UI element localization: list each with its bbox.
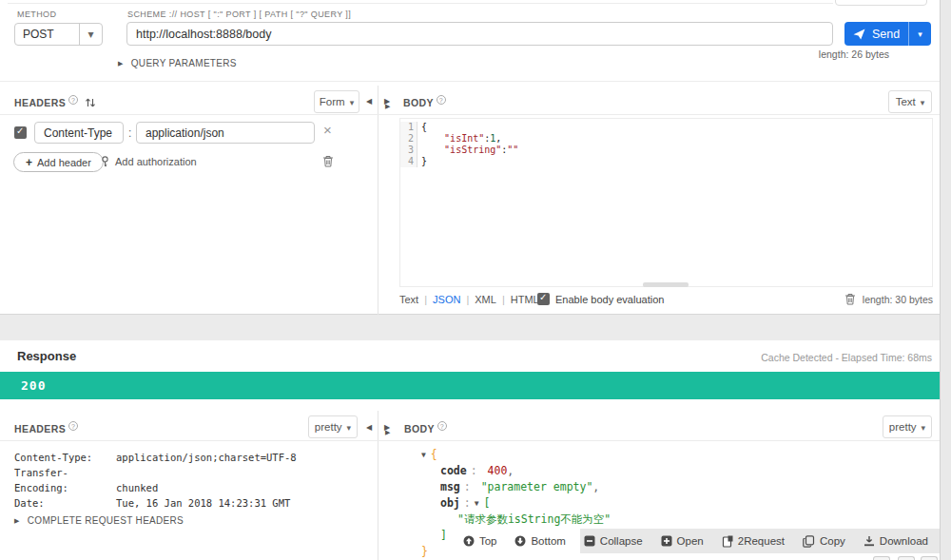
headers-format-dropdown[interactable]: Form: [314, 90, 359, 113]
response-title: Response: [17, 349, 76, 363]
status-bar: 200: [0, 372, 940, 399]
help-icon: [68, 421, 78, 431]
response-header-row: Content-Type:application/json;charset=UT…: [14, 450, 297, 465]
mode-text[interactable]: Text: [399, 294, 418, 305]
header-separator: :: [128, 126, 131, 140]
status-code: 200: [21, 378, 46, 393]
body-evaluation-toggle[interactable]: Enable body evaluation: [537, 293, 664, 305]
method-label: METHOD: [17, 10, 56, 19]
response-headers-title: HEADERS: [14, 421, 78, 434]
editor-resize-handle[interactable]: [643, 282, 689, 287]
minus-square-icon: [584, 535, 595, 547]
header-enabled-checkbox[interactable]: [14, 126, 27, 139]
mode-xml[interactable]: XML: [460, 294, 495, 305]
rest-client-app: METHOD POST ▾ SCHEME :// HOST [ ":" PORT…: [0, 0, 951, 560]
collapsed-arrow-icon: [14, 515, 20, 526]
open-all-button[interactable]: Open: [661, 535, 704, 547]
plus-icon: +: [26, 156, 32, 169]
remove-header-icon[interactable]: [323, 122, 332, 139]
copy-button[interactable]: Copy: [803, 535, 845, 548]
panel-divider: [378, 411, 378, 560]
cutoff-bottom-control: [873, 556, 890, 560]
header-value-input[interactable]: application/json: [136, 122, 315, 144]
help-icon: [437, 95, 446, 105]
body-code-editor[interactable]: 1 { 2 "isInt":1, 3 "isString":"" 4 }: [399, 118, 933, 287]
paper-plane-icon: [853, 29, 865, 40]
body-mode-switcher: Text JSON XML HTML: [399, 294, 539, 305]
cutoff-bottom-control: [921, 556, 938, 560]
response-headers-format-dropdown[interactable]: pretty: [308, 415, 358, 438]
clipboard-icon: [722, 535, 733, 548]
editor-line: 3 "isString":"": [400, 145, 932, 156]
send-label: Send: [872, 28, 900, 41]
request-headers-title: HEADERS: [14, 95, 96, 108]
tree-row: msg: "parameter empty",: [421, 479, 611, 495]
scroll-bottom-button[interactable]: Bottom: [514, 535, 565, 547]
request-body-title: BODY: [403, 95, 446, 108]
section-divider: [0, 81, 940, 82]
response-header-row: Transfer-Encoding:chunked: [14, 465, 297, 495]
plus-square-icon: [661, 535, 672, 547]
url-length-label: length: 26 bytes: [780, 48, 889, 60]
response-meta: Cache Detected - Elapsed Time: 68ms: [647, 352, 932, 363]
help-icon: [437, 421, 447, 431]
editor-line: 1 {: [400, 122, 932, 133]
help-icon: [68, 95, 78, 105]
tree-row: code: 400,: [421, 463, 611, 479]
evaluation-checkbox[interactable]: [537, 293, 550, 305]
send-button[interactable]: Send: [844, 22, 931, 46]
editor-line: 4 }: [400, 156, 932, 167]
arrow-right-icon: [385, 96, 390, 112]
to-request-button[interactable]: 2Request: [722, 535, 785, 548]
download-button[interactable]: Download: [864, 535, 928, 547]
add-header-button[interactable]: + Add header: [13, 152, 104, 172]
sort-headers-icon[interactable]: [85, 97, 96, 108]
panel-divider: [378, 86, 378, 315]
cutoff-top-button[interactable]: [835, 0, 927, 6]
panel-title-underline: [0, 114, 940, 115]
chevron-down-icon: [921, 96, 925, 107]
body-collapsed-arrow[interactable]: [385, 422, 390, 439]
collapse-node-icon[interactable]: [421, 447, 431, 463]
mode-json[interactable]: JSON: [418, 294, 460, 305]
response-header-row: Date:Tue, 16 Jan 2018 14:23:31 GMT: [14, 495, 297, 511]
collapse-all-button[interactable]: Collapse: [584, 535, 643, 547]
chevron-down-icon: ▾: [79, 24, 102, 45]
chevron-down-icon: [922, 421, 926, 433]
header-name-input[interactable]: Content-Type: [34, 122, 124, 144]
method-value: POST: [15, 24, 79, 45]
method-select[interactable]: POST ▾: [14, 23, 103, 46]
body-length-label: length: 30 bytes: [838, 294, 933, 305]
request-section: METHOD POST ▾ SCHEME :// HOST [ ":" PORT…: [0, 0, 940, 315]
chevron-down-icon: [347, 421, 352, 433]
cutoff-bottom-control: [898, 556, 915, 560]
arrow-down-circle-icon: [514, 535, 526, 547]
query-parameters-toggle[interactable]: QUERY PARAMETERS: [118, 58, 237, 68]
body-format-dropdown[interactable]: Text: [888, 90, 932, 113]
response-body-toolbar: Top Bottom Collapse Open 2Request Copy: [580, 529, 940, 553]
download-icon: [864, 535, 875, 547]
url-scheme-label: SCHEME :// HOST [ ":" PORT ] [ PATH [ "?…: [127, 10, 351, 19]
arrow-up-circle-icon: [463, 535, 475, 547]
mode-html[interactable]: HTML: [496, 294, 539, 305]
tree-row: {: [421, 447, 611, 463]
body-collapsed-arrow[interactable]: [385, 96, 390, 113]
complete-request-headers-toggle[interactable]: COMPLETE REQUEST HEADERS: [14, 515, 184, 526]
response-body-title: BODY: [404, 421, 447, 434]
send-options-caret[interactable]: [908, 22, 931, 46]
collapse-left-panel-handle[interactable]: [366, 423, 372, 432]
response-section: Response Cache Detected - Elapsed Time: …: [0, 340, 940, 560]
response-body-format-dropdown[interactable]: pretty: [883, 415, 932, 438]
collapse-node-icon[interactable]: [475, 495, 484, 512]
tree-row: "请求参数isString不能为空": [421, 512, 611, 528]
key-icon: [100, 156, 110, 167]
scroll-top-button[interactable]: Top: [463, 535, 497, 547]
add-authorization-button[interactable]: Add authorization: [100, 156, 197, 167]
page-right-edge: [940, 0, 951, 560]
clear-headers-trash-icon[interactable]: [322, 155, 334, 167]
url-input[interactable]: http://localhost:8888/body: [126, 22, 833, 46]
collapse-left-panel-handle[interactable]: [366, 97, 372, 106]
collapsed-arrow-icon: [118, 58, 124, 68]
response-headers-list: Content-Type:application/json;charset=UT…: [14, 450, 297, 511]
editor-line: 2 "isInt":1,: [400, 133, 932, 145]
